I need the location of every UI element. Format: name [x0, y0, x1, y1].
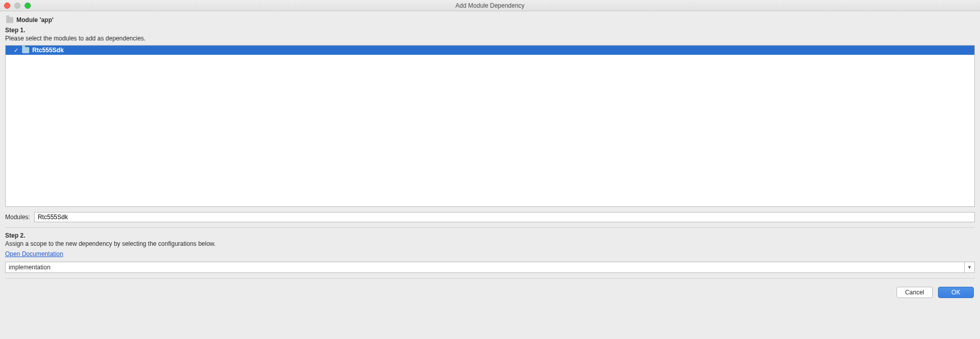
step1-title: Step 1.: [5, 27, 975, 34]
breadcrumb: Module 'app': [5, 15, 975, 27]
step1-description: Please select the modules to add as depe…: [5, 35, 975, 42]
module-name-label: Module 'app': [16, 16, 53, 24]
step2-title: Step 2.: [5, 232, 975, 239]
check-icon: ✓: [13, 47, 19, 54]
modules-input[interactable]: [34, 212, 975, 222]
open-documentation-link[interactable]: Open Documentation: [5, 250, 63, 258]
window-title: Add Module Dependency: [0, 2, 980, 9]
module-list[interactable]: ✓ Rtc555Sdk: [5, 45, 975, 207]
dialog-button-row: Cancel OK: [5, 287, 975, 298]
chevron-down-icon[interactable]: ▼: [965, 262, 975, 273]
module-item-label: Rtc555Sdk: [32, 47, 64, 54]
scope-select[interactable]: implementation ▼: [5, 262, 975, 273]
scope-select-value[interactable]: implementation: [5, 262, 965, 273]
step1-section: Step 1. Please select the modules to add…: [5, 27, 975, 222]
section-divider: [5, 227, 975, 228]
module-folder-icon: [22, 47, 29, 53]
minimize-window-icon: [14, 3, 20, 9]
window-titlebar: Add Module Dependency: [0, 0, 980, 11]
step2-description: Assign a scope to the new dependency by …: [5, 240, 975, 247]
footer-divider: [5, 278, 975, 279]
cancel-button[interactable]: Cancel: [896, 287, 933, 298]
maximize-window-icon[interactable]: [25, 3, 31, 9]
close-window-icon[interactable]: [4, 3, 10, 9]
modules-input-row: Modules:: [5, 212, 975, 222]
module-list-item[interactable]: ✓ Rtc555Sdk: [6, 46, 974, 55]
step2-section: Step 2. Assign a scope to the new depend…: [5, 232, 975, 273]
modules-input-label: Modules:: [5, 214, 30, 221]
module-folder-icon: [6, 17, 13, 23]
ok-button[interactable]: OK: [938, 287, 974, 298]
traffic-lights: [4, 3, 31, 9]
